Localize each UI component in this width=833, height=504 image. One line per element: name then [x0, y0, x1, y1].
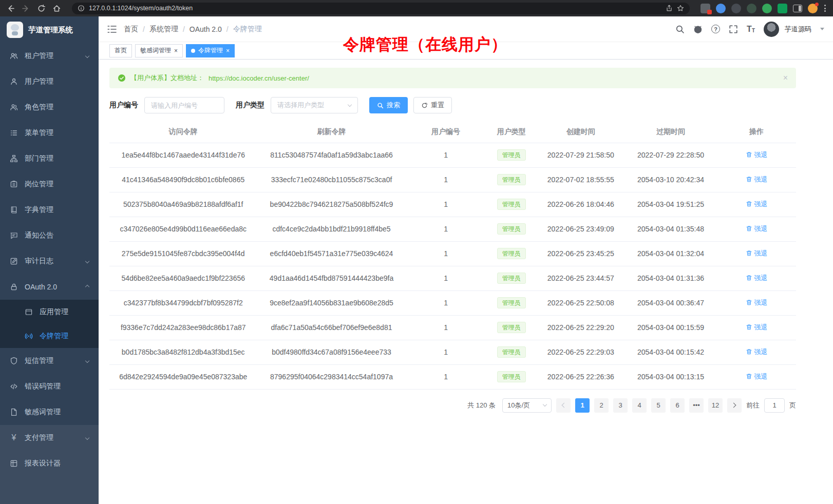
force-logout-button[interactable]: 强退	[746, 298, 768, 307]
home-icon[interactable]	[52, 4, 61, 13]
sidebar-item-notice[interactable]: 通知公告	[0, 223, 99, 248]
table-row: 1ea5e44f8bc1467aaede43144f31de76 811c530…	[109, 143, 796, 167]
trash-icon	[746, 201, 752, 207]
user-avatar[interactable]	[764, 22, 779, 37]
col-access-token: 访问令牌	[109, 121, 257, 143]
sidebar-item-audit-log[interactable]: 审计日志	[0, 248, 99, 274]
search-button[interactable]: 搜索	[369, 97, 408, 113]
reset-button[interactable]: 重置	[413, 97, 452, 113]
alert-close-icon[interactable]: ×	[783, 74, 788, 82]
next-page-button[interactable]	[727, 398, 742, 413]
force-logout-button[interactable]: 强退	[746, 175, 768, 184]
trash-icon	[746, 348, 752, 355]
breadcrumb-system[interactable]: 系统管理	[149, 25, 178, 34]
sidebar-item-sms[interactable]: 短信管理	[0, 348, 99, 374]
sidebar-item-token-management[interactable]: 令牌管理	[0, 324, 99, 348]
sidebar-item-dept[interactable]: 部门管理	[0, 146, 99, 171]
page-button-3[interactable]: 3	[613, 398, 628, 413]
force-logout-button[interactable]: 强退	[746, 200, 768, 209]
bookmark-star-icon[interactable]	[677, 5, 684, 12]
chevron-down-icon	[85, 436, 89, 440]
extension-icon-dark-green[interactable]	[747, 4, 756, 13]
sidebar-item-sensitive-words[interactable]: 敏感词管理	[0, 399, 99, 425]
user-name[interactable]: 芋道源码	[785, 25, 811, 34]
doc-link[interactable]: https://doc.iocoder.cn/user-center/	[209, 74, 309, 82]
sidebar-item-post[interactable]: 岗位管理	[0, 171, 99, 197]
sidebar-item-payment[interactable]: ¥ 支付管理	[0, 425, 99, 451]
sidebar-item-app-management[interactable]: 应用管理	[0, 300, 99, 324]
page-size-select[interactable]: 10条/页	[502, 398, 552, 413]
back-icon[interactable]	[6, 4, 15, 13]
tab-sensitive-words[interactable]: 敏感词管理 ×	[135, 44, 183, 57]
goto-label: 前往	[746, 401, 760, 410]
header-actions: ? TT 芋道源码	[675, 22, 824, 37]
extension-icon-blue[interactable]	[716, 4, 726, 13]
page-button-12[interactable]: 12	[708, 398, 723, 413]
reload-icon[interactable]	[37, 4, 46, 13]
font-size-icon[interactable]: TT	[747, 25, 755, 33]
help-icon[interactable]: ?	[711, 25, 720, 33]
breadcrumb-home[interactable]: 首页	[124, 25, 138, 34]
page-button-4[interactable]: 4	[632, 398, 647, 413]
force-logout-button[interactable]: 强退	[746, 323, 768, 332]
extensions-icon[interactable]	[701, 4, 710, 13]
user-id-label: 用户编号	[109, 101, 138, 110]
tab-home[interactable]: 首页	[109, 44, 132, 57]
tab-close-icon[interactable]: ×	[226, 48, 230, 54]
profile-avatar-icon[interactable]	[808, 4, 818, 13]
sidebar-item-report-designer[interactable]: 报表设计器	[0, 451, 99, 476]
extension-icon-puzzle[interactable]	[778, 4, 787, 13]
page-button-2[interactable]: 2	[594, 398, 609, 413]
org-tree-icon	[10, 154, 18, 163]
force-logout-button[interactable]: 强退	[746, 224, 768, 234]
url-bar[interactable]: 127.0.0.1:1024/system/oauth2/token	[72, 3, 690, 14]
sidebar-item-error-code[interactable]: 错误码管理	[0, 374, 99, 399]
user-type-badge: 管理员	[497, 223, 526, 235]
table-row: 41c41346a548490f9dc8b01c6bfe0865 333ecfc…	[109, 167, 796, 192]
goto-page-input[interactable]	[764, 398, 785, 413]
github-icon[interactable]	[693, 25, 703, 34]
browser-menu-icon[interactable]	[823, 4, 827, 13]
sidebar-item-menu[interactable]: 菜单管理	[0, 120, 99, 146]
edit-log-icon	[10, 257, 18, 265]
shield-icon	[10, 357, 18, 365]
tab-token-management[interactable]: 令牌管理 ×	[186, 44, 235, 57]
sidebar-item-dict[interactable]: 字典管理	[0, 197, 99, 223]
force-logout-button[interactable]: 强退	[746, 347, 768, 357]
side-panel-icon[interactable]	[793, 5, 802, 12]
table-row: 275e5de9151045fe87cbdc395e004f4d e6cfd40…	[109, 241, 796, 266]
app-logo[interactable]: 芋道管理系统	[0, 16, 99, 43]
sidebar-item-user[interactable]: 用户管理	[0, 69, 99, 94]
browser-extensions-area	[701, 4, 827, 13]
page-button-1[interactable]: 1	[575, 398, 590, 413]
extension-icon-green[interactable]	[762, 4, 772, 13]
extension-icon-dark[interactable]	[731, 4, 741, 13]
search-icon[interactable]	[675, 25, 685, 34]
force-logout-button[interactable]: 强退	[746, 372, 768, 381]
col-expire-time: 过期时间	[624, 121, 717, 143]
user-dropdown-caret-icon[interactable]	[820, 28, 824, 30]
page-button-5[interactable]: 5	[651, 398, 666, 413]
sidebar-fold-icon[interactable]	[107, 25, 117, 33]
user-type-badge: 管理员	[497, 322, 526, 334]
page-button-6[interactable]: 6	[670, 398, 685, 413]
user-id-input[interactable]	[144, 97, 224, 113]
tab-close-icon[interactable]: ×	[174, 48, 178, 54]
prev-page-button[interactable]	[556, 398, 571, 413]
force-logout-button[interactable]: 强退	[746, 249, 768, 258]
sidebar-item-oauth[interactable]: OAuth 2.0	[0, 274, 99, 300]
breadcrumb-oauth[interactable]: OAuth 2.0	[190, 25, 222, 33]
sidebar-item-tenant[interactable]: 租户管理	[0, 43, 99, 69]
fullscreen-icon[interactable]	[729, 25, 738, 34]
yen-icon: ¥	[10, 433, 18, 442]
site-info-icon[interactable]	[78, 5, 85, 12]
user-type-select[interactable]: 请选择用户类型	[271, 97, 358, 113]
total-count: 共 120 条	[467, 401, 496, 410]
share-icon[interactable]	[666, 5, 673, 12]
sidebar-item-role[interactable]: 角色管理	[0, 94, 99, 120]
pagination: 共 120 条 10条/页 1 2 3 4 5 6 ••• 12 前往 页	[109, 398, 796, 413]
force-logout-button[interactable]: 强退	[746, 150, 768, 160]
force-logout-button[interactable]: 强退	[746, 274, 768, 283]
page-ellipsis[interactable]: •••	[689, 398, 704, 413]
forward-icon[interactable]	[22, 4, 30, 13]
